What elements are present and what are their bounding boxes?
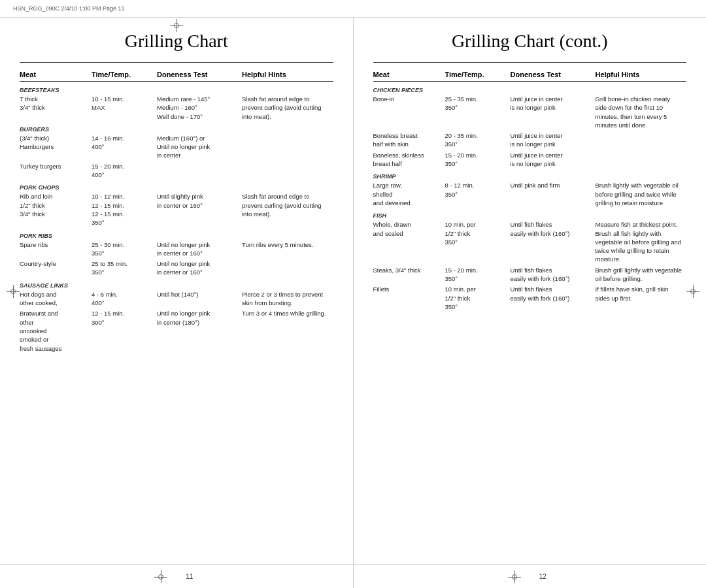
cell-time: 10 - 12 min. 12 - 15 min. 12 - 15 min. 3… xyxy=(92,192,157,227)
table-row: T thick 3/4" thick 10 - 15 min. MAX Medi… xyxy=(20,95,333,121)
cell-meat: Country-style xyxy=(20,259,92,268)
cell-time: 4 - 6 min. 400° xyxy=(92,290,157,308)
cell-time: 15 - 20 min. 350° xyxy=(445,266,511,284)
bottom-crosshair-right xyxy=(508,570,521,583)
table-row: Large raw, shelled and deveined 8 - 12 m… xyxy=(373,181,687,207)
cell-hints: Brush grill lightly with vegetable oil b… xyxy=(596,266,687,284)
section-pork-chops: PORK CHOPS xyxy=(20,184,333,191)
side-crosshair-left xyxy=(7,285,20,298)
table-row: Country-style 25 to 35 min. 350° Until n… xyxy=(20,259,333,277)
cell-time: 15 - 20 min. 350° xyxy=(445,151,511,169)
section-fish: FISH xyxy=(373,212,687,219)
cell-meat: Hot dogs and other cooked, xyxy=(20,290,92,308)
cell-doneness: Until pink and firm xyxy=(511,181,596,189)
cell-time: 10 - 15 min. MAX xyxy=(92,95,157,112)
cell-doneness: Medium rare - 145° Medium - 160° Well do… xyxy=(157,95,242,121)
cell-hints: Turn 3 or 4 times while grilling. xyxy=(242,309,333,318)
cell-time: 15 - 20 min. 400° xyxy=(92,162,157,180)
cell-time: 12 - 15 min. 300° xyxy=(92,309,157,327)
cell-meat: Bratwurst and other uncooked smoked or f… xyxy=(20,309,92,352)
cell-doneness: Until no longer pink in center or 160° xyxy=(157,240,242,258)
col-hints-right: Helpful Hints xyxy=(596,71,687,78)
section-sausage-links: SAUSAGE LINKS xyxy=(20,282,333,289)
cell-hints: Pierce 2 or 3 times to prevent skin from… xyxy=(242,290,333,308)
header-text: HSN_RGG_090C 2/4/10 1:00 PM Page 11 xyxy=(13,5,125,12)
cell-time: 10 min. per 1/2" thick 350° xyxy=(445,285,511,311)
cell-hints: Grill bone-in chicken meaty side down fo… xyxy=(596,95,687,129)
cell-doneness: Until juice in center is no longer pink xyxy=(511,95,596,112)
page-container: HSN_RGG_090C 2/4/10 1:00 PM Page 11 Gril… xyxy=(0,0,706,588)
cell-doneness: Until juice in center is no longer pink xyxy=(511,131,596,149)
cell-time: 14 - 16 min. 400° xyxy=(92,134,157,152)
cell-time: 25 to 35 min. 350° xyxy=(92,259,157,277)
table-row: Steaks, 3/4" thick 15 - 20 min. 350° Unt… xyxy=(373,266,687,284)
section-shrimp: SHRIMP xyxy=(373,173,687,180)
cell-hints: If fillets have skin, grill skin sides u… xyxy=(596,285,687,302)
table-row: Boneless breast half with skin 20 - 35 m… xyxy=(373,131,687,149)
footer-area: 11 12 xyxy=(0,564,706,588)
cell-time: 25 - 35 min. 350° xyxy=(445,95,511,112)
cell-time: 20 - 35 min. 350° xyxy=(445,131,511,149)
cell-hints: Slash fat around edge to prevent curling… xyxy=(242,95,333,121)
right-page: Grilling Chart (cont.) Meat Time/Temp. D… xyxy=(354,18,707,564)
cell-doneness: Until fish flakes easily with fork (160°… xyxy=(511,220,596,238)
column-headers-left: Meat Time/Temp. Doneness Test Helpful Hi… xyxy=(20,71,333,82)
cell-meat: (3/4" thick) Hamburgers xyxy=(20,134,92,152)
cell-meat: Rib and loin 1/2" thick 3/4" thick xyxy=(20,192,92,218)
cell-meat: Boneless breast half with skin xyxy=(373,131,445,149)
cell-doneness: Until slightly pink in center or 160° xyxy=(157,192,242,210)
section-burgers: BURGERS xyxy=(20,126,333,133)
left-page-title: Grilling Chart xyxy=(20,31,333,52)
section-chicken: CHICKEN PIECES xyxy=(373,87,687,93)
content-area: Grilling Chart Meat Time/Temp. Doneness … xyxy=(0,18,706,564)
table-row: Whole, drawn and scaled 10 min. per 1/2"… xyxy=(373,220,687,263)
cell-meat: Bone-in xyxy=(373,95,445,103)
cell-doneness: Until hot (140°) xyxy=(157,290,242,299)
col-doneness-left: Doneness Test xyxy=(157,71,242,78)
section-beefsteaks: BEEFSTEAKS xyxy=(20,87,333,93)
col-doneness-right: Doneness Test xyxy=(511,71,596,78)
col-meat-left: Meat xyxy=(20,71,92,78)
bottom-crosshair-left xyxy=(154,570,167,583)
title-divider-right xyxy=(373,62,687,63)
cell-hints: Turn ribs every 5 minutes. xyxy=(242,240,333,249)
cell-meat: Boneless, skinless breast half xyxy=(373,151,445,169)
right-page-title: Grilling Chart (cont.) xyxy=(373,31,687,52)
page-number-right: 12 xyxy=(534,568,552,585)
footer-right: 12 xyxy=(354,565,707,588)
cell-doneness: Until juice in center is no longer pink xyxy=(511,151,596,169)
cell-time: 10 min. per 1/2" thick 350° xyxy=(445,220,511,246)
cell-hints: Slash fat around edge to prevent curling… xyxy=(242,192,333,218)
left-page: Grilling Chart Meat Time/Temp. Doneness … xyxy=(0,18,354,564)
cell-meat: Fillets xyxy=(373,285,445,293)
table-row: (3/4" thick) Hamburgers 14 - 16 min. 400… xyxy=(20,134,333,160)
side-crosshair-right xyxy=(686,285,699,298)
col-time-right: Time/Temp. xyxy=(445,71,511,78)
cell-doneness: Until fish flakes easily with fork (160°… xyxy=(511,266,596,284)
cell-meat: Turkey burgers xyxy=(20,162,92,171)
cell-meat: Spare ribs xyxy=(20,240,92,249)
cell-doneness: Until no longer pink in center (180°) xyxy=(157,309,242,327)
table-row: Bratwurst and other uncooked smoked or f… xyxy=(20,309,333,352)
cell-meat: Large raw, shelled and deveined xyxy=(373,181,445,207)
cell-time: 25 - 30 min. 350° xyxy=(92,240,157,258)
cell-doneness: Until fish flakes easily with fork (160°… xyxy=(511,285,596,302)
column-headers-right: Meat Time/Temp. Doneness Test Helpful Hi… xyxy=(373,71,687,82)
cell-doneness: Medium (160°) or Until no longer pink in… xyxy=(157,134,242,160)
col-time-left: Time/Temp. xyxy=(92,71,157,78)
table-row: Fillets 10 min. per 1/2" thick 350° Unti… xyxy=(373,285,687,311)
cell-hints: Measure fish at thickest point. Brush al… xyxy=(596,220,687,263)
title-divider-left xyxy=(20,62,333,63)
cell-meat: Whole, drawn and scaled xyxy=(373,220,445,238)
col-hints-left: Helpful Hints xyxy=(242,71,333,78)
section-pork-ribs: PORK RIBS xyxy=(20,233,333,239)
table-row: Turkey burgers 15 - 20 min. 400° xyxy=(20,162,333,180)
table-row: Bone-in 25 - 35 min. 350° Until juice in… xyxy=(373,95,687,129)
page-number-left: 11 xyxy=(180,568,198,585)
cell-meat: Steaks, 3/4" thick xyxy=(373,266,445,274)
table-row: Boneless, skinless breast half 15 - 20 m… xyxy=(373,151,687,169)
cell-meat: T thick 3/4" thick xyxy=(20,95,92,112)
table-row: Hot dogs and other cooked, 4 - 6 min. 40… xyxy=(20,290,333,308)
cell-doneness: Until no longer pink in center or 160° xyxy=(157,259,242,277)
cell-hints: Brush lightly with vegetable oil before … xyxy=(596,181,687,207)
